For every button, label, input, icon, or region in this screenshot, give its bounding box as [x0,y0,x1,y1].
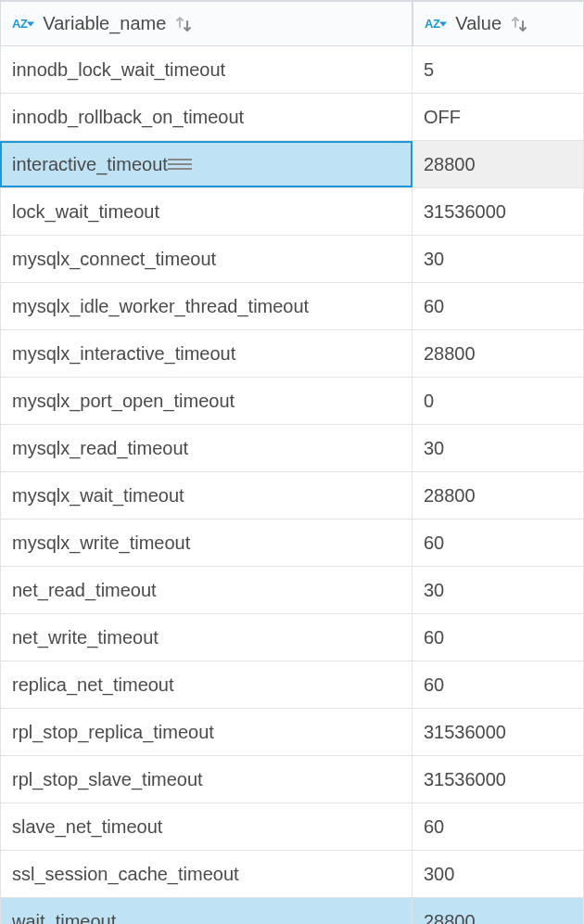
value-text: 31536000 [424,201,506,223]
variable-name-text: mysqlx_port_open_timeout [12,391,235,412]
variable-name-cell[interactable]: wait_timeout [0,898,413,924]
value-cell[interactable]: 300 [413,851,584,897]
table-row[interactable]: replica_net_timeout60 [0,661,584,709]
variable-name-cell[interactable]: mysqlx_interactive_timeout [0,330,413,377]
variable-name-cell[interactable]: lock_wait_timeout [0,188,413,235]
variable-name-text: mysqlx_interactive_timeout [12,343,235,365]
value-cell[interactable]: 28800 [413,330,584,377]
value-text: 60 [424,816,444,838]
variable-name-cell[interactable]: net_write_timeout [0,614,413,661]
value-cell[interactable]: 28800 [413,472,584,519]
value-text: 30 [424,580,444,601]
table-row[interactable]: mysqlx_write_timeout60 [0,520,584,567]
variable-name-text: rpl_stop_slave_timeout [12,769,203,790]
variable-name-cell[interactable]: rpl_stop_slave_timeout [0,756,413,802]
value-text: 31536000 [424,722,506,743]
variable-name-cell[interactable]: net_read_timeout [0,567,413,613]
table-row[interactable]: wait_timeout28800 [0,898,584,924]
value-text: 28800 [424,911,476,925]
value-cell[interactable]: 60 [413,614,584,661]
drag-handle-icon[interactable] [168,159,192,170]
value-cell[interactable]: 0 [413,378,584,424]
table-row[interactable]: ssl_session_cache_timeout300 [0,851,584,898]
variable-name-cell[interactable]: ssl_session_cache_timeout [0,851,413,897]
value-cell[interactable]: 60 [413,661,584,708]
variable-name-text: mysqlx_connect_timeout [12,249,216,270]
value-text: OFF [424,107,461,128]
variable-name-text: wait_timeout [12,911,116,925]
variable-name-text: innodb_lock_wait_timeout [12,59,225,81]
table-row[interactable]: mysqlx_wait_timeout28800 [0,472,584,520]
value-cell[interactable]: 31536000 [413,188,584,235]
value-text: 60 [424,533,444,554]
table-row[interactable]: mysqlx_port_open_timeout0 [0,378,584,425]
column-header-variable-name[interactable]: A​Z Variable_name [0,0,413,46]
value-cell[interactable]: 60 [413,520,584,566]
value-cell[interactable]: 31536000 [413,756,584,802]
value-text: 300 [424,864,454,885]
variable-name-cell[interactable]: replica_net_timeout [0,661,413,708]
value-cell[interactable]: OFF [413,94,584,140]
value-text: 60 [424,296,444,317]
sort-icon[interactable] [175,16,192,32]
value-cell[interactable]: 30 [413,425,584,471]
value-text: 31536000 [424,769,506,790]
variable-name-cell[interactable]: mysqlx_idle_worker_thread_timeout [0,283,413,329]
table-row[interactable]: net_write_timeout60 [0,614,584,661]
column-header-value[interactable]: A​Z Value [413,0,584,46]
value-text: 30 [424,438,444,459]
value-text: 28800 [424,154,476,175]
variable-name-cell[interactable]: mysqlx_write_timeout [0,520,413,566]
value-cell[interactable]: 30 [413,236,584,282]
column-label: Variable_name [43,13,166,34]
value-cell[interactable]: 5 [413,46,584,93]
table-row[interactable]: rpl_stop_replica_timeout31536000 [0,709,584,756]
variable-name-cell[interactable]: mysqlx_port_open_timeout [0,378,413,424]
table-row[interactable]: rpl_stop_slave_timeout31536000 [0,756,584,803]
variable-name-cell[interactable]: innodb_rollback_on_timeout [0,94,413,140]
variable-name-text: lock_wait_timeout [12,201,159,223]
sort-icon[interactable] [511,16,527,32]
value-text: 0 [424,391,434,412]
value-text: 5 [424,59,434,81]
table-row[interactable]: interactive_timeout28800 [0,141,584,188]
variable-name-text: ssl_session_cache_timeout [12,864,239,885]
variable-name-text: rpl_stop_replica_timeout [12,722,214,743]
table-row[interactable]: slave_net_timeout60 [0,803,584,851]
value-cell[interactable]: 28800 [413,141,584,187]
variable-name-cell[interactable]: interactive_timeout [0,141,413,187]
text-type-icon: A​Z [12,17,33,31]
table-row[interactable]: mysqlx_read_timeout30 [0,425,584,472]
value-cell[interactable]: 30 [413,567,584,613]
variable-name-cell[interactable]: mysqlx_connect_timeout [0,236,413,282]
table-row[interactable]: mysqlx_connect_timeout30 [0,236,584,283]
value-cell[interactable]: 60 [413,283,584,329]
table-row[interactable]: innodb_lock_wait_timeout5 [0,46,584,94]
text-type-icon: A​Z [425,17,446,31]
table-row[interactable]: mysqlx_idle_worker_thread_timeout60 [0,283,584,330]
table-row[interactable]: innodb_rollback_on_timeoutOFF [0,94,584,141]
value-cell[interactable]: 60 [413,803,584,850]
variable-name-cell[interactable]: slave_net_timeout [0,803,413,850]
table-row[interactable]: mysqlx_interactive_timeout28800 [0,330,584,378]
variable-name-text: interactive_timeout [12,154,168,175]
variable-name-text: mysqlx_write_timeout [12,533,190,554]
variable-name-text: mysqlx_wait_timeout [12,485,184,507]
table-body: innodb_lock_wait_timeout5innodb_rollback… [0,46,584,924]
value-cell[interactable]: 28800 [413,898,584,924]
table-header-row: A​Z Variable_name A​Z Value [0,0,584,46]
variable-name-cell[interactable]: mysqlx_wait_timeout [0,472,413,519]
variable-name-text: slave_net_timeout [12,816,162,838]
table-row[interactable]: net_read_timeout30 [0,567,584,614]
variable-name-cell[interactable]: rpl_stop_replica_timeout [0,709,413,755]
variable-name-cell[interactable]: innodb_lock_wait_timeout [0,46,413,93]
table-row[interactable]: lock_wait_timeout31536000 [0,188,584,236]
variable-name-text: mysqlx_idle_worker_thread_timeout [12,296,309,317]
variable-name-cell[interactable]: mysqlx_read_timeout [0,425,413,471]
column-label: Value [455,13,501,34]
value-text: 60 [424,627,444,648]
value-cell[interactable]: 31536000 [413,709,584,755]
value-text: 30 [424,249,444,270]
value-text: 28800 [424,343,476,365]
value-text: 28800 [424,485,476,507]
